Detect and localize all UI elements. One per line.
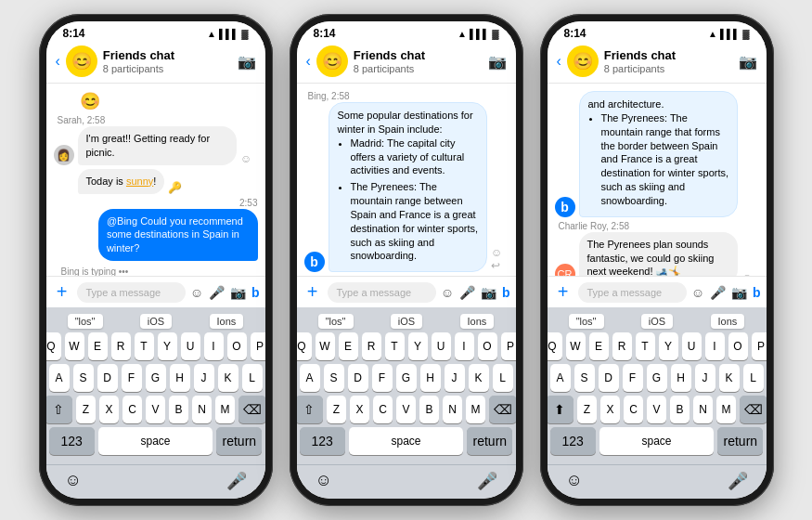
key-c[interactable]: C (122, 396, 142, 423)
key-p-2[interactable]: P (501, 332, 516, 360)
mic-bar-icon-2[interactable]: 🎤 (477, 471, 497, 491)
key-t[interactable]: T (135, 332, 154, 360)
camera-button-2[interactable]: 📷 (481, 285, 496, 300)
key-w[interactable]: W (65, 332, 84, 360)
video-icon-3[interactable]: 📷 (739, 53, 757, 71)
key-x-2[interactable]: X (350, 396, 369, 423)
emoji-face-icon-2[interactable]: ☺ (316, 471, 332, 491)
key-delete-2[interactable]: ⌫ (489, 396, 516, 423)
key-h[interactable]: H (170, 364, 190, 392)
key-o-3[interactable]: O (728, 332, 748, 360)
key-q-3[interactable]: Q (548, 332, 562, 360)
key-s-2[interactable]: S (324, 364, 344, 392)
key-o-2[interactable]: O (478, 332, 497, 360)
key-shift-3[interactable]: ⬆ (548, 396, 574, 423)
key-123[interactable]: 123 (49, 427, 95, 455)
suggestion-ios-2[interactable]: iOS (391, 314, 422, 329)
key-v-3[interactable]: V (647, 396, 666, 423)
key-m-2[interactable]: M (466, 396, 485, 423)
mic-button-3[interactable]: 🎤 (710, 285, 726, 300)
suggestion-ions-3[interactable]: Ions (711, 314, 745, 329)
suggestion-ios-3[interactable]: iOS (641, 314, 673, 329)
video-icon-1[interactable]: 📷 (238, 53, 256, 71)
key-n-2[interactable]: N (443, 396, 462, 423)
mic-bar-icon-3[interactable]: 🎤 (728, 471, 748, 491)
add-button-2[interactable]: + (303, 281, 323, 303)
key-return-3[interactable]: return (717, 427, 763, 455)
add-button-1[interactable]: + (52, 281, 72, 303)
key-y-3[interactable]: Y (659, 332, 678, 360)
key-u[interactable]: U (181, 332, 200, 360)
key-q-2[interactable]: Q (297, 332, 312, 360)
key-l[interactable]: L (242, 364, 263, 392)
key-p[interactable]: P (251, 332, 265, 360)
key-b[interactable]: B (169, 396, 188, 423)
mic-button-2[interactable]: 🎤 (459, 285, 475, 300)
key-v[interactable]: V (146, 396, 165, 423)
key-w-3[interactable]: W (566, 332, 586, 360)
key-z-3[interactable]: Z (577, 396, 597, 423)
key-c-2[interactable]: C (373, 396, 393, 423)
suggestion-ions-2[interactable]: Ions (460, 314, 495, 329)
bing-button-1[interactable]: b (251, 285, 260, 300)
video-icon-2[interactable]: 📷 (488, 53, 507, 71)
key-h-3[interactable]: H (671, 364, 691, 392)
key-w-2[interactable]: W (316, 332, 335, 360)
key-u-3[interactable]: U (682, 332, 702, 360)
key-return-2[interactable]: return (467, 427, 512, 455)
suggestion-los-2[interactable]: "los" (318, 314, 354, 329)
key-p-3[interactable]: P (752, 332, 767, 360)
key-k-3[interactable]: K (719, 364, 740, 392)
key-v-2[interactable]: V (396, 396, 416, 423)
key-r-2[interactable]: R (362, 332, 381, 360)
key-b-2[interactable]: B (419, 396, 439, 423)
key-t-2[interactable]: T (385, 332, 405, 360)
key-space-2[interactable]: space (349, 427, 463, 455)
key-d-3[interactable]: D (599, 364, 619, 392)
key-k[interactable]: K (218, 364, 238, 392)
key-y-2[interactable]: Y (408, 332, 428, 360)
key-h-2[interactable]: H (420, 364, 441, 392)
suggestion-ions[interactable]: Ions (210, 314, 244, 329)
key-u-2[interactable]: U (432, 332, 451, 360)
key-shift[interactable]: ⇧ (46, 396, 73, 423)
key-y[interactable]: Y (158, 332, 177, 360)
key-o[interactable]: O (227, 332, 247, 360)
key-z[interactable]: Z (76, 396, 96, 423)
key-g[interactable]: G (146, 364, 166, 392)
key-k-2[interactable]: K (469, 364, 489, 392)
key-f-2[interactable]: F (372, 364, 393, 392)
mic-bar-icon[interactable]: 🎤 (226, 471, 247, 491)
key-e[interactable]: E (88, 332, 108, 360)
camera-button-3[interactable]: 📷 (731, 285, 747, 300)
key-n[interactable]: N (192, 396, 212, 423)
key-delete-3[interactable]: ⌫ (740, 396, 767, 423)
bing-button-2[interactable]: b (502, 285, 510, 300)
emoji-button-1[interactable]: ☺ (190, 285, 203, 300)
key-i[interactable]: I (204, 332, 224, 360)
back-button-3[interactable]: ‹ (557, 53, 561, 70)
key-j-2[interactable]: J (445, 364, 465, 392)
key-x-3[interactable]: X (600, 396, 620, 423)
key-shift-2[interactable]: ⇧ (297, 396, 324, 423)
key-s[interactable]: S (73, 364, 94, 392)
message-input-2[interactable]: Type a message (328, 282, 436, 303)
key-r[interactable]: R (111, 332, 131, 360)
key-b-3[interactable]: B (670, 396, 690, 423)
camera-button-1[interactable]: 📷 (230, 285, 246, 300)
key-i-3[interactable]: I (705, 332, 725, 360)
key-e-3[interactable]: E (589, 332, 609, 360)
key-t-3[interactable]: T (636, 332, 655, 360)
key-l-3[interactable]: L (743, 364, 764, 392)
key-i-2[interactable]: I (455, 332, 474, 360)
key-z-2[interactable]: Z (327, 396, 346, 423)
key-g-2[interactable]: G (396, 364, 417, 392)
suggestion-ios[interactable]: iOS (140, 314, 172, 329)
sunny-link[interactable]: sunny (126, 176, 153, 187)
message-input-1[interactable]: Type a message (77, 282, 186, 303)
key-x[interactable]: X (99, 396, 119, 423)
key-l-2[interactable]: L (493, 364, 513, 392)
key-space[interactable]: space (98, 427, 213, 455)
key-j[interactable]: J (194, 364, 214, 392)
key-f[interactable]: F (122, 364, 142, 392)
